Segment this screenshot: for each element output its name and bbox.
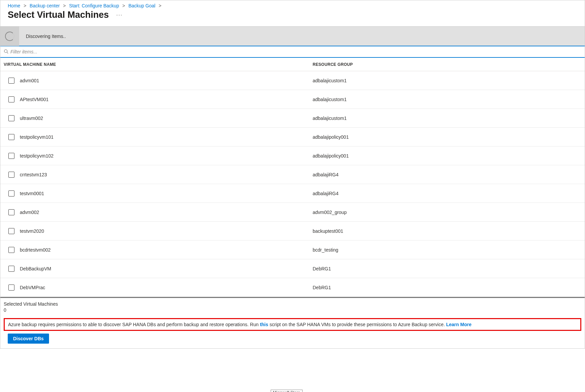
breadcrumb: Home > Backup center > Start: Configure … — [0, 0, 585, 10]
notice-text-middle: script on the SAP HANA VMs to provide th… — [268, 322, 446, 327]
vm-name: testvm0001 — [20, 191, 44, 196]
checkbox[interactable] — [8, 96, 14, 102]
vm-name: APtestVM001 — [20, 97, 49, 102]
table-row[interactable]: APtestVM001adbalajicustom1 — [0, 90, 585, 109]
resource-group: advm002_group — [313, 210, 581, 215]
chevron-right-icon: > — [63, 3, 66, 8]
resource-group: adbalajipolicy001 — [313, 134, 581, 140]
svg-line-1 — [7, 52, 8, 53]
table-row[interactable]: advm001adbalajicustom1 — [0, 71, 585, 90]
selected-label: Selected Virtual Machines — [4, 301, 581, 307]
table-row[interactable]: testpolicyvm101adbalajipolicy001 — [0, 128, 585, 146]
more-icon[interactable]: ··· — [116, 12, 123, 18]
vm-name: testvm2020 — [20, 228, 44, 234]
chevron-right-icon: > — [159, 3, 161, 8]
checkbox[interactable] — [8, 115, 14, 121]
notice-link-this[interactable]: this — [260, 322, 268, 327]
breadcrumb-link-configure-backup[interactable]: Start: Configure Backup — [69, 3, 119, 8]
resource-group: DebRG1 — [313, 266, 581, 271]
checkbox[interactable] — [8, 190, 14, 197]
resource-group: adbalajicustom1 — [313, 97, 581, 102]
table-header: VIRTUAL MACHINE NAME RESOURCE GROUP — [0, 58, 585, 71]
filter-row — [0, 46, 585, 58]
vm-name: bcdrtestvm002 — [20, 247, 51, 253]
table-row[interactable]: crrtestvm123adbalajiRG4 — [0, 165, 585, 184]
table-row[interactable]: bcdrtestvm002bcdr_testing — [0, 241, 585, 259]
checkbox[interactable] — [8, 172, 14, 178]
breadcrumb-link-backup-goal[interactable]: Backup Goal — [128, 3, 155, 8]
resource-group: adbalajicustom1 — [313, 116, 581, 121]
resource-group: adbalajiRG4 — [313, 172, 581, 177]
vm-name: DebVMPrac — [20, 285, 45, 290]
chevron-right-icon: > — [24, 3, 26, 8]
notice-text-prefix: Azure backup requires permissions to abl… — [8, 322, 260, 327]
page-title: Select Virtual Machines — [8, 10, 109, 20]
status-text: Discovering Items.. — [19, 34, 66, 39]
table-row[interactable]: advm002advm002_group — [0, 203, 585, 222]
vm-name: testpolicyvm102 — [20, 153, 53, 159]
column-header-vm-name[interactable]: VIRTUAL MACHINE NAME — [4, 62, 313, 67]
svg-point-0 — [4, 49, 7, 52]
vm-name: advm002 — [20, 210, 39, 215]
table-row[interactable]: testpolicyvm102adbalajipolicy001 — [0, 146, 585, 165]
resource-group: backuptest001 — [313, 228, 581, 234]
checkbox[interactable] — [8, 134, 14, 140]
table-row[interactable]: DebVMPracDebRG1 — [0, 278, 585, 297]
table-row[interactable]: ultravm002adbalajicustom1 — [0, 109, 585, 128]
resource-group: bcdr_testing — [313, 247, 581, 253]
vm-name: advm001 — [20, 78, 39, 83]
resource-group: adbalajiRG4 — [313, 191, 581, 196]
checkbox[interactable] — [8, 285, 14, 291]
checkbox[interactable] — [8, 153, 14, 159]
table-row[interactable]: DebBackupVMDebRG1 — [0, 259, 585, 278]
filter-input[interactable] — [10, 49, 581, 54]
vm-name: ultravm002 — [20, 116, 43, 121]
chevron-right-icon: > — [122, 3, 125, 8]
breadcrumb-link-backup-center[interactable]: Backup center — [30, 3, 60, 8]
status-bar: Discovering Items.. — [0, 26, 585, 46]
spinner-icon — [5, 32, 14, 41]
vm-name: DebBackupVM — [20, 266, 51, 271]
notice-link-learn-more[interactable]: Learn More — [446, 322, 471, 327]
spinner-box — [0, 27, 19, 46]
checkbox[interactable] — [8, 228, 14, 234]
search-icon — [4, 49, 8, 55]
checkbox[interactable] — [8, 78, 14, 84]
resource-group: DebRG1 — [313, 285, 581, 290]
notice-box: Azure backup requires permissions to abl… — [4, 318, 581, 331]
selected-count: 0 — [4, 307, 581, 313]
checkbox[interactable] — [8, 209, 14, 215]
breadcrumb-link-home[interactable]: Home — [8, 3, 20, 8]
vm-name: crrtestvm123 — [20, 172, 47, 177]
column-header-resource-group[interactable]: RESOURCE GROUP — [313, 62, 581, 67]
vm-name: testpolicyvm101 — [20, 134, 53, 140]
resource-group: adbalajipolicy001 — [313, 153, 581, 159]
table-row[interactable]: testvm0001adbalajiRG4 — [0, 184, 585, 203]
resource-group: adbalajicustom1 — [313, 78, 581, 83]
table-row[interactable]: testvm2020backuptest001 — [0, 222, 585, 241]
checkbox[interactable] — [8, 247, 14, 253]
discover-dbs-button[interactable]: Discover DBs — [8, 334, 49, 344]
checkbox[interactable] — [8, 266, 14, 272]
